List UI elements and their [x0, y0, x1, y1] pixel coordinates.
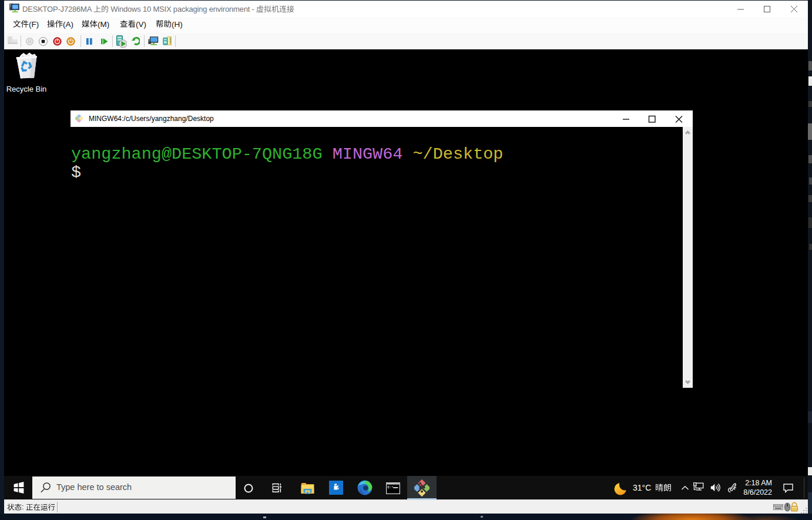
svg-text:C:\: C:\ [388, 485, 394, 489]
